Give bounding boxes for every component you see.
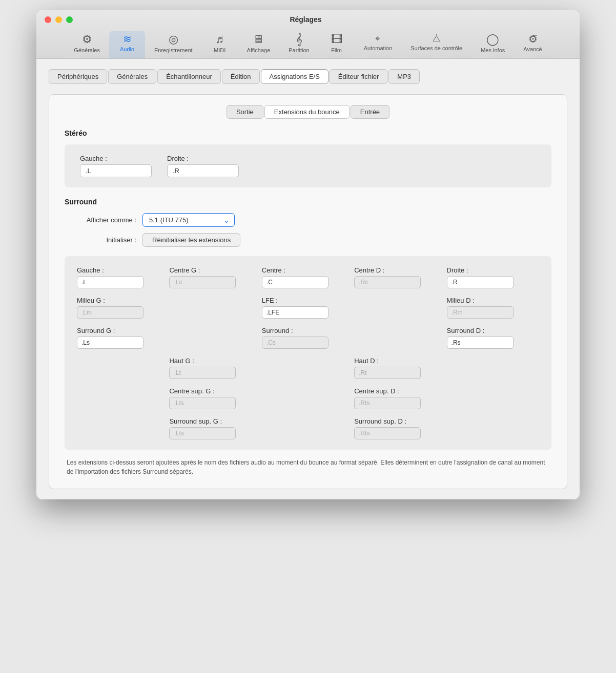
midi-icon: ♬	[215, 34, 224, 45]
haut-g-input[interactable]	[169, 367, 236, 379]
haut-d-label: Haut D :	[354, 357, 446, 365]
centre-sup-d-input[interactable]	[354, 397, 421, 409]
stereo-box: Gauche : Droite :	[65, 144, 551, 187]
surround-sup-g-group: Surround sup. G :	[169, 417, 261, 439]
automation-icon: ⌖	[375, 34, 380, 43]
surround-centre-d-input[interactable]	[354, 276, 421, 288]
empty-cell-8	[77, 387, 169, 409]
stereo-gauche-input[interactable]	[80, 164, 152, 177]
surround-g-input[interactable]	[77, 336, 143, 349]
surround-droite-input[interactable]	[447, 276, 514, 288]
afficher-label: Afficher comme :	[70, 216, 136, 224]
stereo-droite-label: Droite :	[167, 155, 239, 162]
surround-sup-d-group: Surround sup. D :	[354, 417, 446, 439]
stereo-gauche-group: Gauche :	[80, 155, 152, 177]
tab-editeur[interactable]: Éditeur fichier	[330, 69, 387, 84]
toolbar-item-generales[interactable]: ⚙ Générales	[65, 31, 109, 58]
surround-milieu-g-input[interactable]	[77, 306, 143, 319]
toolbar-item-avance[interactable]: ⚙̈ Avancé	[514, 31, 551, 58]
toolbar-item-audio[interactable]: ≋ Audio	[109, 31, 145, 58]
toolbar-item-mesinfos[interactable]: ◯ Mes infos	[471, 31, 514, 58]
empty-cell-7	[447, 357, 539, 379]
surround-centre-input[interactable]	[262, 276, 328, 288]
surround-center-group: Surround :	[262, 327, 354, 349]
surround-centre-g-label: Centre G :	[169, 266, 261, 274]
toolbar: ⚙ Générales ≋ Audio ◎ Enregistrement ♬ M…	[45, 29, 571, 58]
tab-echantillonneur[interactable]: Échantillonneur	[157, 69, 221, 84]
haut-g-label: Haut G :	[169, 357, 261, 365]
initialiser-row: Initialiser : Réinitialiser les extensio…	[70, 233, 551, 247]
empty-cell-11	[77, 417, 169, 439]
surround-d-input[interactable]	[447, 336, 514, 349]
surround-controls: Afficher comme : 5.1 (ITU 775) 5.1 (ITU …	[65, 213, 551, 247]
surround-centre-d-label: Centre D :	[354, 266, 446, 274]
surround-centre-g-input[interactable]	[169, 276, 236, 288]
surround-gauche-label: Gauche :	[77, 266, 169, 274]
main-window: Réglages ⚙ Générales ≋ Audio ◎ Enregistr…	[36, 10, 580, 499]
surround-box: Gauche : Centre G : Centre : Centre	[65, 256, 551, 450]
surround-section: Surround Afficher comme : 5.1 (ITU 775) …	[65, 198, 551, 476]
toolbar-label-surfaces: Surfaces de contrôle	[410, 45, 462, 51]
toolbar-item-partition[interactable]: 𝄞 Partition	[279, 31, 318, 58]
tab-generales[interactable]: Générales	[108, 69, 156, 84]
advanced-icon: ⚙̈	[528, 34, 538, 44]
toolbar-item-surfaces[interactable]: ⧊ Surfaces de contrôle	[401, 31, 471, 58]
tab-edition[interactable]: Édition	[222, 69, 260, 84]
afficher-select[interactable]: 5.1 (ITU 775) 5.1 (ITU 775) - Alt 7.1 7.…	[142, 213, 235, 227]
empty-cell-5	[77, 357, 169, 379]
surround-milieu-d-label: Milieu D :	[447, 297, 539, 304]
toolbar-label-affichage: Affichage	[247, 47, 271, 53]
empty-cell-6	[262, 357, 354, 379]
surround-g-group: Surround G :	[77, 327, 169, 349]
toolbar-item-midi[interactable]: ♬ MIDI	[202, 31, 238, 58]
surround-milieu-d-input[interactable]	[447, 306, 514, 319]
centre-sup-g-input[interactable]	[169, 397, 236, 409]
user-icon: ◯	[486, 34, 499, 45]
stereo-droite-group: Droite :	[167, 155, 239, 177]
afficher-select-wrapper: 5.1 (ITU 775) 5.1 (ITU 775) - Alt 7.1 7.…	[142, 213, 235, 227]
surround-grid: Gauche : Centre G : Centre : Centre	[77, 266, 539, 439]
surfaces-icon: ⧊	[433, 34, 440, 43]
empty-cell-4	[354, 327, 446, 349]
surround-title: Surround	[65, 198, 551, 206]
toolbar-label-film: Film	[331, 47, 342, 53]
surround-milieu-g-group: Milieu G :	[77, 297, 169, 319]
surround-gauche-group: Gauche :	[77, 266, 169, 288]
empty-cell-9	[262, 387, 354, 409]
subtab-entree[interactable]: Entrée	[351, 105, 389, 119]
surround-gauche-input[interactable]	[77, 276, 143, 288]
empty-cell-12	[262, 417, 354, 439]
tab-peripheriques[interactable]: Périphériques	[49, 69, 107, 84]
haut-d-input[interactable]	[354, 367, 421, 379]
subtab-sortie[interactable]: Sortie	[227, 105, 263, 119]
surround-droite-group: Droite :	[447, 266, 539, 288]
surround-centre-g-group: Centre G :	[169, 266, 261, 288]
surround-d-group: Surround D :	[447, 327, 539, 349]
surround-center-input[interactable]	[262, 336, 328, 349]
toolbar-item-affichage[interactable]: 🖥 Affichage	[238, 31, 280, 58]
main-tabs: Périphériques Générales Échantillonneur …	[49, 69, 567, 84]
surround-centre-label: Centre :	[262, 266, 354, 274]
toolbar-item-enregistrement[interactable]: ◎ Enregistrement	[145, 31, 202, 58]
haut-g-group: Haut G :	[169, 357, 261, 379]
footnote-text: Les extensions ci-dessus seront ajoutées…	[65, 458, 551, 476]
surround-milieu-g-label: Milieu G :	[77, 297, 169, 304]
tab-assignations[interactable]: Assignations E/S	[261, 69, 328, 84]
toolbar-label-midi: MIDI	[214, 47, 225, 53]
surround-lfe-input[interactable]	[262, 306, 328, 319]
surround-centre-d-group: Centre D :	[354, 266, 446, 288]
surround-sup-d-label: Surround sup. D :	[354, 417, 446, 425]
toolbar-item-automation[interactable]: ⌖ Automation	[355, 31, 402, 58]
toolbar-item-film[interactable]: 🎞 Film	[319, 31, 355, 58]
initialiser-label: Initialiser :	[70, 236, 136, 244]
surround-sup-g-input[interactable]	[169, 427, 236, 439]
tab-mp3[interactable]: MP3	[388, 69, 420, 84]
subtab-extensions[interactable]: Extensions du bounce	[264, 105, 350, 119]
surround-milieu-d-group: Milieu D :	[447, 297, 539, 319]
stereo-droite-input[interactable]	[167, 164, 239, 177]
surround-center-label: Surround :	[262, 327, 354, 334]
empty-cell-13	[447, 417, 539, 439]
surround-sup-g-label: Surround sup. G :	[169, 417, 261, 425]
surround-sup-d-input[interactable]	[354, 427, 421, 439]
reset-button[interactable]: Réinitialiser les extensions	[142, 233, 240, 247]
